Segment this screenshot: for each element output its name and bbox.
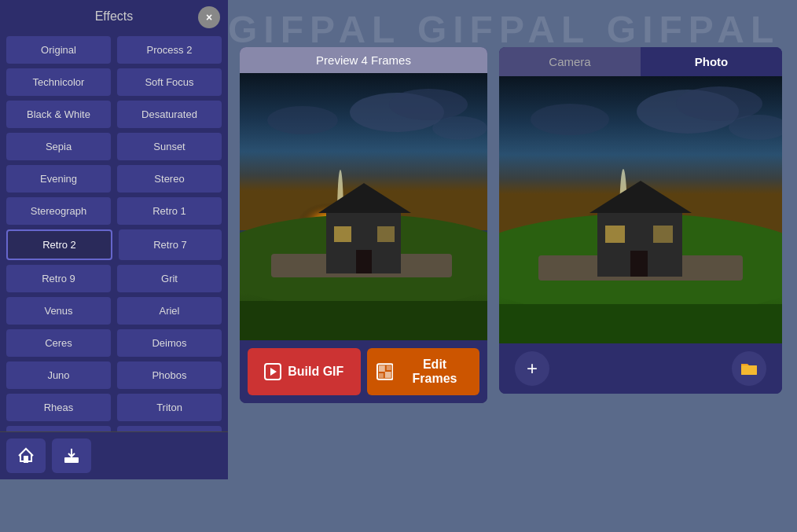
preview-title: Preview 4 Frames — [316, 53, 411, 67]
watermark: GIFPAL GIFPAL GIFPAL GIFPAL GIFPAL — [228, 8, 797, 51]
effects-row: Technicolor Soft Focus — [6, 68, 222, 96]
effects-list: Original Process 2 Technicolor Soft Focu… — [0, 33, 228, 431]
effect-smooth[interactable]: Smooth — [117, 426, 222, 431]
folder-icon — [740, 361, 758, 376]
effects-row: Stereograph Retro 1 — [6, 197, 222, 225]
open-folder-button[interactable] — [732, 351, 766, 386]
svg-rect-44 — [741, 365, 757, 375]
build-gif-icon — [264, 363, 281, 380]
effect-venus[interactable]: Venus — [6, 297, 111, 325]
effect-soft-focus[interactable]: Soft Focus — [117, 68, 222, 96]
effects-row: Saturn Smooth — [6, 426, 222, 431]
tab-camera[interactable]: Camera — [499, 47, 641, 76]
photo-image — [499, 76, 782, 343]
effects-row: Venus Ariel — [6, 297, 222, 325]
preview-image — [240, 73, 487, 340]
import-icon — [62, 446, 81, 465]
svg-point-7 — [432, 116, 487, 140]
effect-black-white[interactable]: Black & White — [6, 101, 111, 128]
effect-ceres[interactable]: Ceres — [6, 329, 111, 357]
effects-panel: Effects × Original Process 2 Technicolor… — [0, 0, 228, 479]
svg-point-5 — [389, 89, 468, 120]
export-button[interactable] — [6, 438, 46, 473]
effect-ariel[interactable]: Ariel — [117, 297, 222, 325]
plus-icon: + — [527, 358, 538, 380]
svg-rect-40 — [605, 226, 625, 243]
effect-rheas[interactable]: Rheas — [6, 394, 111, 421]
svg-point-6 — [267, 106, 338, 134]
effects-row: Sepia Sunset — [6, 133, 222, 160]
effect-stereo[interactable]: Stereo — [117, 165, 222, 193]
preview-section: Preview 4 Frames — [240, 47, 487, 403]
import-button[interactable] — [52, 438, 91, 473]
effect-original[interactable]: Original — [6, 36, 111, 64]
svg-rect-21 — [378, 365, 384, 372]
photo-actions: + — [499, 343, 782, 394]
effect-deimos[interactable]: Deimos — [117, 329, 222, 357]
svg-rect-22 — [386, 365, 391, 370]
svg-rect-14 — [334, 226, 351, 242]
edit-frames-button[interactable]: Edit Frames — [367, 348, 480, 395]
effect-stereograph[interactable]: Stereograph — [6, 197, 111, 225]
effects-row: Ceres Deimos — [6, 329, 222, 357]
preview-actions: Build GIF Edit Frames — [240, 340, 487, 403]
effects-row: Juno Phobos — [6, 361, 222, 389]
add-photo-button[interactable]: + — [515, 351, 549, 386]
effect-grit[interactable]: Grit — [117, 265, 222, 292]
close-button[interactable]: × — [198, 6, 220, 28]
effects-header: Effects × — [0, 0, 228, 33]
effect-desaturated[interactable]: Desaturated — [117, 101, 222, 128]
effect-sepia[interactable]: Sepia — [6, 133, 111, 160]
edit-frames-icon — [376, 363, 394, 380]
preview-header: Preview 4 Frames — [240, 47, 487, 73]
photo-section: Camera Photo — [499, 47, 782, 394]
svg-rect-42 — [630, 251, 648, 277]
effect-retro2[interactable]: Retro 2 — [6, 229, 112, 260]
effects-title: Effects — [95, 9, 134, 24]
effect-saturn[interactable]: Saturn — [6, 426, 111, 431]
effects-row: Original Process 2 — [6, 36, 222, 64]
effect-process2[interactable]: Process 2 — [117, 36, 222, 64]
svg-rect-41 — [653, 226, 673, 243]
effects-row: Retro 2 Retro 7 — [6, 229, 222, 260]
effects-toolbar — [0, 431, 228, 479]
effects-row: Black & White Desaturated — [6, 101, 222, 128]
svg-rect-43 — [499, 304, 782, 343]
effect-retro1[interactable]: Retro 1 — [117, 197, 222, 225]
effect-juno[interactable]: Juno — [6, 361, 111, 389]
preview-landscape-svg — [240, 73, 487, 340]
svg-rect-17 — [240, 301, 487, 340]
effect-technicolor[interactable]: Technicolor — [6, 68, 111, 96]
effect-retro9[interactable]: Retro 9 — [6, 265, 111, 292]
tab-photo[interactable]: Photo — [641, 47, 782, 76]
effect-evening[interactable]: Evening — [6, 165, 111, 193]
effects-row: Rheas Triton — [6, 394, 222, 421]
effects-row: Evening Stereo — [6, 165, 222, 193]
svg-rect-0 — [64, 457, 79, 463]
photo-tabs: Camera Photo — [499, 47, 782, 76]
build-gif-button[interactable]: Build GIF — [248, 348, 361, 395]
export-icon — [17, 446, 35, 465]
svg-marker-19 — [270, 368, 277, 376]
svg-rect-24 — [384, 372, 391, 378]
svg-rect-23 — [378, 373, 383, 378]
effect-retro7[interactable]: Retro 7 — [119, 229, 222, 260]
photo-landscape-svg — [499, 76, 782, 343]
effect-triton[interactable]: Triton — [117, 394, 222, 421]
effects-row: Retro 9 Grit — [6, 265, 222, 292]
svg-point-32 — [531, 104, 609, 135]
effect-phobos[interactable]: Phobos — [117, 361, 222, 389]
svg-rect-16 — [356, 250, 372, 273]
svg-rect-15 — [377, 226, 395, 242]
effect-sunset[interactable]: Sunset — [117, 133, 222, 160]
